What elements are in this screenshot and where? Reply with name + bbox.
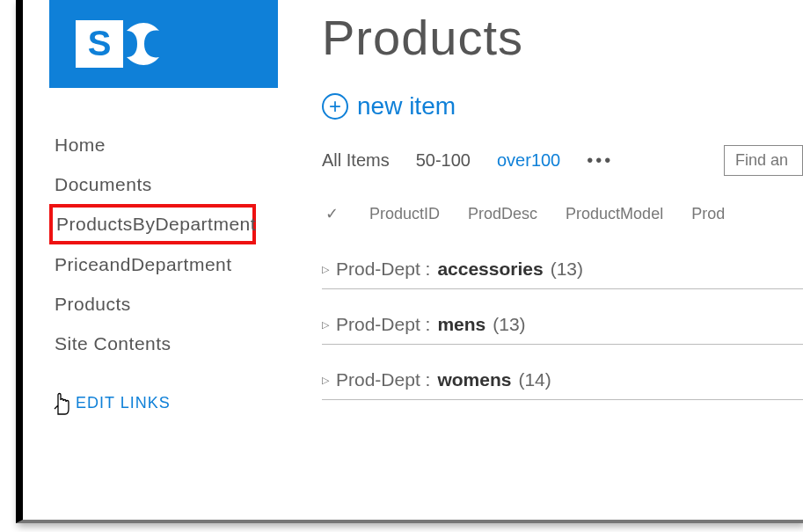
col-proddesc[interactable]: ProdDesc [468,205,537,223]
search-input[interactable] [724,145,803,176]
sidebar-item-sitecontents[interactable]: Site Contents [49,324,304,363]
sharepoint-logo: S [49,0,278,88]
expand-icon: ▷ [322,264,329,275]
view-all-items[interactable]: All Items [322,150,390,171]
sidebar-item-home[interactable]: Home [49,125,304,164]
group-count: (13) [493,314,525,335]
expand-icon: ▷ [322,319,329,331]
view-50-100[interactable]: 50-100 [416,150,471,171]
group-row-mens[interactable]: ▷ Prod-Dept : mens (13) [322,314,803,345]
svg-text:S: S [88,24,112,62]
sidebar-item-documents[interactable]: Documents [49,164,304,204]
col-prod[interactable]: Prod [691,205,725,223]
group-label: Prod-Dept : [336,314,430,335]
group-row-womens[interactable]: ▷ Prod-Dept : womens (14) [322,369,803,400]
sidebar-item-priceanddepartment[interactable]: PriceandDepartment [49,244,304,284]
cursor-hand-icon [49,390,74,416]
group-count: (13) [551,259,583,280]
view-over100[interactable]: over100 [497,150,560,171]
page-title: Products [322,9,803,66]
edit-links-button[interactable]: EDIT LINKS [49,390,304,416]
group-value: womens [437,369,511,390]
new-item-button[interactable]: + new item [322,92,803,120]
new-item-label: new item [357,92,456,120]
group-value: mens [437,314,485,335]
group-label: Prod-Dept : [336,259,430,280]
col-productmodel[interactable]: ProductModel [566,205,663,223]
group-value: accessories [437,259,543,280]
more-views-button[interactable]: ••• [587,150,613,171]
sidebar-item-productsbydepartment[interactable]: ProductsByDepartment [49,204,256,244]
edit-links-label: EDIT LINKS [76,394,171,412]
group-count: (14) [518,369,551,390]
expand-icon: ▷ [322,375,329,386]
group-row-accessories[interactable]: ▷ Prod-Dept : accessories (13) [322,259,803,289]
column-headers: ✓ ProductID ProdDesc ProductModel Prod [322,204,803,223]
group-label: Prod-Dept : [336,369,430,390]
sidebar-item-products[interactable]: Products [49,284,304,324]
plus-icon: + [322,93,348,120]
checkmark-icon[interactable]: ✓ [322,204,341,223]
col-productid[interactable]: ProductID [369,205,440,223]
